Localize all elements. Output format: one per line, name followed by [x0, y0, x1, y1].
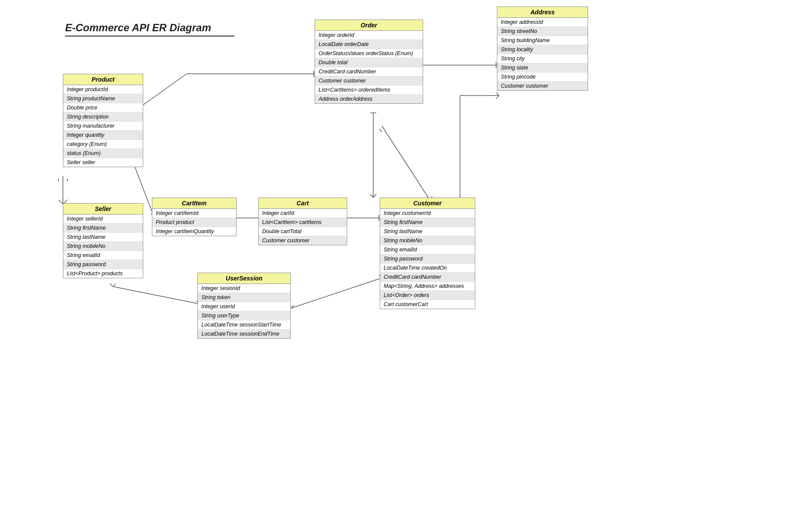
order-field-3: OrderStatusValues orderStatus (Enum)	[315, 49, 423, 58]
customer-field-7: LocalDateTime createdOn	[380, 264, 475, 273]
seller-field-6: String password	[63, 260, 143, 269]
order-field-4: Double total	[315, 58, 423, 67]
entity-usersession: UserSession Integer sesionId String toke…	[197, 273, 291, 339]
usersession-field-2: String token	[198, 293, 290, 302]
cart-field-1: Integer cartId	[259, 209, 347, 218]
entity-address: Address Integer addressId String streetN…	[497, 7, 588, 91]
order-field-6: Customer customer	[315, 76, 423, 86]
product-field-9: Seller seller	[63, 158, 143, 167]
entity-customer-header: Customer	[380, 198, 475, 209]
cart-field-3: Double cartTotal	[259, 227, 347, 236]
svg-line-44	[291, 305, 294, 308]
cartitem-field-1: Integer cartItemId	[152, 209, 236, 218]
cart-field-4: Customer customer	[259, 236, 347, 245]
svg-line-34	[370, 194, 373, 198]
svg-line-37	[113, 287, 200, 304]
order-field-8: Address orderAddress	[315, 95, 423, 103]
seller-field-2: String firstName	[63, 224, 143, 233]
entity-product-header: Product	[63, 74, 143, 85]
address-field-8: Customer customer	[497, 82, 588, 90]
entity-order-header: Order	[315, 20, 423, 31]
usersession-field-4: String userType	[198, 311, 290, 320]
svg-line-1	[59, 200, 63, 204]
diagram-title: E-Commerce API ER Diagram	[65, 22, 211, 34]
seller-field-5: String emailId	[63, 251, 143, 260]
entity-product: Product Integer productId String product…	[63, 74, 143, 167]
seller-field-7: List<Product> products	[63, 269, 143, 278]
entity-seller: Seller Integer sellerId String firstName…	[63, 203, 143, 278]
usersession-field-3: Integer userId	[198, 302, 290, 311]
entity-cart: Cart Integer cartId List<CartItem> cartI…	[258, 198, 347, 245]
customer-field-8: CreditCard cardNumber	[380, 273, 475, 282]
svg-line-42	[291, 278, 382, 308]
product-field-3: Double price	[63, 103, 143, 112]
customer-field-11: Cart customerCart	[380, 300, 475, 309]
entity-cartitem: CartItem Integer cartItemId Product prod…	[152, 198, 237, 236]
address-field-6: String state	[497, 63, 588, 73]
customer-field-9: Map<String, Address> addresses	[380, 282, 475, 291]
address-field-3: String buildingName	[497, 36, 588, 45]
address-field-5: String city	[497, 54, 588, 63]
svg-line-19	[382, 126, 430, 200]
product-field-4: String description	[63, 112, 143, 122]
product-field-2: String productName	[63, 94, 143, 103]
address-field-4: String locality	[497, 45, 588, 54]
product-field-7: category (Enum)	[63, 140, 143, 149]
customer-field-6: String password	[380, 254, 475, 264]
order-field-5: CreditCard cardNumber	[315, 67, 423, 76]
product-field-8: status (Enum)	[63, 149, 143, 158]
seller-field-3: String lastName	[63, 233, 143, 242]
address-field-1: Integer addressId	[497, 18, 588, 27]
customer-field-5: String emailId	[380, 245, 475, 254]
customer-field-10: List<Order> orders	[380, 291, 475, 300]
usersession-field-1: Integer sesionId	[198, 284, 290, 293]
product-field-1: Integer productId	[63, 85, 143, 94]
cartitem-field-3: Integer cartItemQuantity	[152, 227, 236, 236]
title-underline	[65, 36, 234, 36]
seller-field-4: String mobileNo	[63, 242, 143, 251]
order-field-7: List<CartItems> orderedItems	[315, 86, 423, 95]
customer-field-4: String mobileNo	[380, 236, 475, 245]
entity-customer: Customer Integer customerrId String firs…	[380, 198, 475, 309]
cartitem-field-2: Product product	[152, 218, 236, 227]
order-field-2: LocalDate orderDate	[315, 40, 423, 49]
order-field-1: Integer orderId	[315, 31, 423, 40]
entity-seller-header: Seller	[63, 204, 143, 214]
customer-field-3: String lastName	[380, 227, 475, 236]
svg-line-38	[110, 284, 113, 287]
address-field-7: String pincode	[497, 73, 588, 82]
entity-usersession-header: UserSession	[198, 273, 290, 284]
usersession-field-5: LocalDateTime sessionStartTime	[198, 320, 290, 330]
svg-line-22	[379, 129, 382, 132]
customer-field-1: Integer customerrId	[380, 209, 475, 218]
svg-line-30	[496, 92, 499, 96]
address-field-2: String streetNo	[497, 27, 588, 36]
entity-cartitem-header: CartItem	[152, 198, 236, 209]
svg-line-31	[496, 96, 499, 99]
svg-line-35	[373, 194, 376, 198]
entity-address-header: Address	[497, 7, 588, 18]
entity-order: Order Integer orderId LocalDate orderDat…	[315, 20, 423, 104]
customer-field-2: String firstName	[380, 218, 475, 227]
seller-field-1: Integer sellerId	[63, 214, 143, 224]
product-field-6: Integer quantity	[63, 131, 143, 140]
product-field-5: String manufacturer	[63, 122, 143, 131]
svg-line-39	[113, 284, 116, 287]
usersession-field-6: LocalDateTime sessionEndTime	[198, 330, 290, 338]
cart-field-2: List<CartItem> cartItems	[259, 218, 347, 227]
entity-cart-header: Cart	[259, 198, 347, 209]
